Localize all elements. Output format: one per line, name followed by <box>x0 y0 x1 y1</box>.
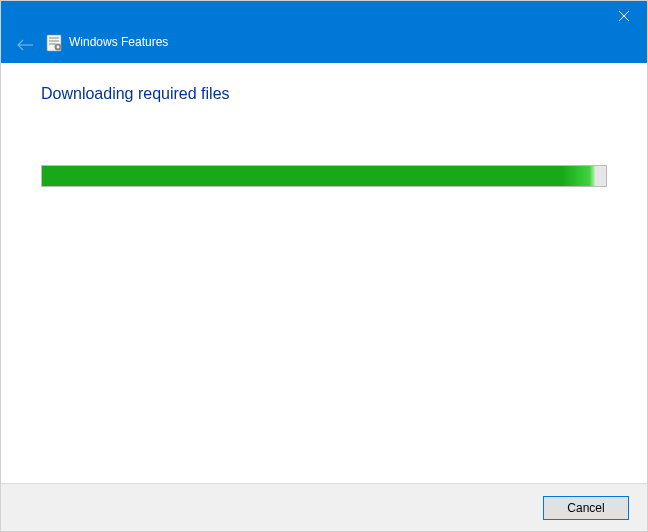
close-button[interactable] <box>601 1 647 31</box>
window-title: Windows Features <box>69 35 168 49</box>
status-heading: Downloading required files <box>41 85 607 103</box>
dialog-window: Windows Features Downloading required fi… <box>0 0 648 532</box>
content-area: Downloading required files <box>1 63 647 483</box>
progress-fill <box>42 166 595 186</box>
progress-bar <box>41 165 607 187</box>
back-arrow-icon <box>16 38 34 52</box>
windows-features-icon <box>45 34 63 52</box>
svg-rect-4 <box>49 37 59 39</box>
footer: Cancel <box>1 483 647 531</box>
svg-point-8 <box>57 46 60 49</box>
cancel-button[interactable]: Cancel <box>543 496 629 520</box>
close-icon <box>618 10 630 22</box>
titlebar: Windows Features <box>1 1 647 63</box>
svg-rect-6 <box>49 43 56 45</box>
svg-rect-5 <box>49 40 59 42</box>
back-button <box>15 35 35 55</box>
